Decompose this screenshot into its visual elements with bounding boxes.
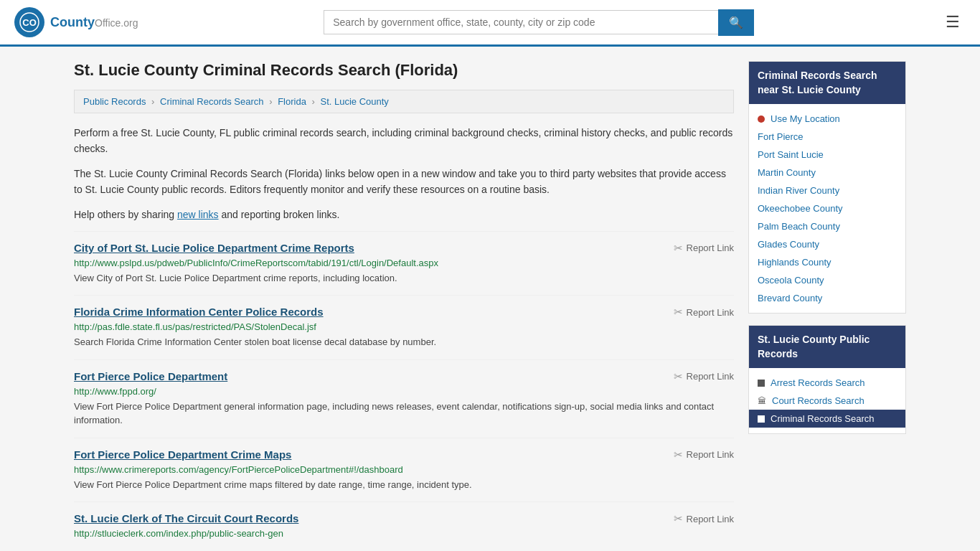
sidebar-public-records-header: St. Lucie County Public Records [749, 326, 905, 368]
result-title-2[interactable]: Fort Pierce Police Department [74, 370, 227, 382]
report-link-3[interactable]: ✂ Report Link [674, 448, 734, 461]
description-3: Help others by sharing new links and rep… [74, 207, 734, 222]
menu-button[interactable]: ☰ [940, 10, 966, 34]
result-url-0[interactable]: http://www.pslpd.us/pdweb/PublicInfo/Cri… [74, 258, 734, 268]
sidebar-item-glades[interactable]: Glades County [749, 235, 905, 253]
report-link-2[interactable]: ✂ Report Link [674, 370, 734, 383]
report-link-0[interactable]: ✂ Report Link [674, 242, 734, 255]
sidebar-item-fort-pierce[interactable]: Fort Pierce [749, 128, 905, 146]
sidebar-public-records-list: Arrest Records Search 🏛 Court Records Se… [749, 368, 905, 433]
sidebar: Criminal Records Search near St. Lucie C… [748, 61, 906, 551]
new-links-link[interactable]: new links [177, 209, 219, 220]
search-input[interactable] [324, 10, 718, 34]
square-icon [758, 380, 765, 387]
report-icon-3: ✂ [674, 448, 683, 461]
result-title-1[interactable]: Florida Crime Information Center Police … [74, 306, 324, 318]
result-item-2: Fort Pierce Police Department ✂ Report L… [74, 359, 734, 438]
sidebar-criminal-records[interactable]: Criminal Records Search [749, 410, 905, 428]
report-label-3: Report Link [687, 449, 734, 460]
logo-icon: CO [14, 7, 44, 37]
report-label-0: Report Link [687, 242, 734, 253]
breadcrumb-st-lucie[interactable]: St. Lucie County [320, 96, 388, 107]
sidebar-item-indian-river[interactable]: Indian River County [749, 182, 905, 199]
header: CO CountyOffice.org 🔍 ☰ [0, 0, 980, 47]
sidebar-item-port-saint-lucie[interactable]: Port Saint Lucie [749, 146, 905, 164]
report-label-4: Report Link [687, 514, 734, 524]
result-header-2: Fort Pierce Police Department ✂ Report L… [74, 370, 734, 383]
content-area: St. Lucie County Criminal Records Search… [74, 61, 734, 551]
location-dot-icon [758, 116, 765, 123]
svg-text:CO: CO [22, 17, 37, 28]
sidebar-nearby-box: Criminal Records Search near St. Lucie C… [748, 61, 906, 314]
result-header-1: Florida Crime Information Center Police … [74, 306, 734, 319]
report-icon-1: ✂ [674, 306, 683, 319]
sidebar-item-martin-county[interactable]: Martin County [749, 164, 905, 182]
square-icon-active [758, 415, 765, 423]
sidebar-arrest-records[interactable]: Arrest Records Search [749, 374, 905, 392]
sidebar-item-palm-beach[interactable]: Palm Beach County [749, 217, 905, 235]
description-1: Perform a free St. Lucie County, FL publ… [74, 125, 734, 157]
result-header-4: St. Lucie Clerk of The Circuit Court Rec… [74, 512, 734, 525]
sidebar-nearby-header: Criminal Records Search near St. Lucie C… [749, 62, 905, 104]
result-desc-3: View Fort Pierce Police Department crime… [74, 478, 734, 492]
page-title: St. Lucie County Criminal Records Search… [74, 61, 734, 80]
result-header-3: Fort Pierce Police Department Crime Maps… [74, 448, 734, 461]
breadcrumb-florida[interactable]: Florida [278, 96, 306, 107]
main-container: St. Lucie County Criminal Records Search… [60, 47, 920, 551]
sidebar-public-records-box: St. Lucie County Public Records Arrest R… [748, 325, 906, 434]
breadcrumb: Public Records › Criminal Records Search… [74, 90, 734, 113]
logo-text: CountyOffice.org [50, 15, 138, 30]
result-desc-2: View Fort Pierce Police Department gener… [74, 400, 734, 428]
sidebar-item-okeechobee[interactable]: Okeechobee County [749, 199, 905, 217]
breadcrumb-criminal-records[interactable]: Criminal Records Search [160, 96, 264, 107]
sidebar-item-osceola[interactable]: Osceola County [749, 271, 905, 289]
result-url-1[interactable]: http://pas.fdle.state.fl.us/pas/restrict… [74, 321, 734, 332]
search-area: 🔍 [324, 9, 754, 36]
sidebar-court-records[interactable]: 🏛 Court Records Search [749, 392, 905, 410]
sidebar-use-location[interactable]: Use My Location [749, 110, 905, 128]
report-icon-0: ✂ [674, 242, 683, 255]
use-location-link[interactable]: Use My Location [771, 113, 840, 124]
logo-area: CO CountyOffice.org [14, 7, 138, 37]
result-title-3[interactable]: Fort Pierce Police Department Crime Maps [74, 448, 291, 461]
search-button[interactable]: 🔍 [718, 9, 754, 36]
report-icon-4: ✂ [674, 512, 683, 525]
report-icon-2: ✂ [674, 370, 683, 383]
result-item-0: City of Port St. Lucie Police Department… [74, 231, 734, 296]
result-url-2[interactable]: http://www.fppd.org/ [74, 386, 734, 397]
result-title-0[interactable]: City of Port St. Lucie Police Department… [74, 242, 354, 254]
result-desc-1: Search Florida Crime Information Center … [74, 335, 734, 349]
result-url-4[interactable]: http://stlucieclerk.com/index.php/public… [74, 528, 734, 539]
description-2: The St. Lucie County Criminal Records Se… [74, 166, 734, 198]
result-item-3: Fort Pierce Police Department Crime Maps… [74, 438, 734, 502]
building-icon: 🏛 [758, 396, 766, 406]
breadcrumb-public-records[interactable]: Public Records [83, 96, 146, 107]
sidebar-nearby-list: Use My Location Fort Pierce Port Saint L… [749, 104, 905, 313]
result-url-3[interactable]: https://www.crimereports.com/agency/Fort… [74, 464, 734, 475]
report-link-1[interactable]: ✂ Report Link [674, 306, 734, 319]
result-header-0: City of Port St. Lucie Police Department… [74, 242, 734, 255]
report-link-4[interactable]: ✂ Report Link [674, 512, 734, 525]
report-label-2: Report Link [687, 371, 734, 382]
result-desc-0: View City of Port St. Lucie Police Depar… [74, 271, 734, 286]
report-label-1: Report Link [687, 307, 734, 318]
sidebar-item-highlands[interactable]: Highlands County [749, 253, 905, 271]
result-item-4: St. Lucie Clerk of The Circuit Court Rec… [74, 501, 734, 551]
result-title-4[interactable]: St. Lucie Clerk of The Circuit Court Rec… [74, 512, 298, 524]
sidebar-item-brevard[interactable]: Brevard County [749, 289, 905, 307]
result-item-1: Florida Crime Information Center Police … [74, 295, 734, 359]
results-container: City of Port St. Lucie Police Department… [74, 231, 734, 551]
